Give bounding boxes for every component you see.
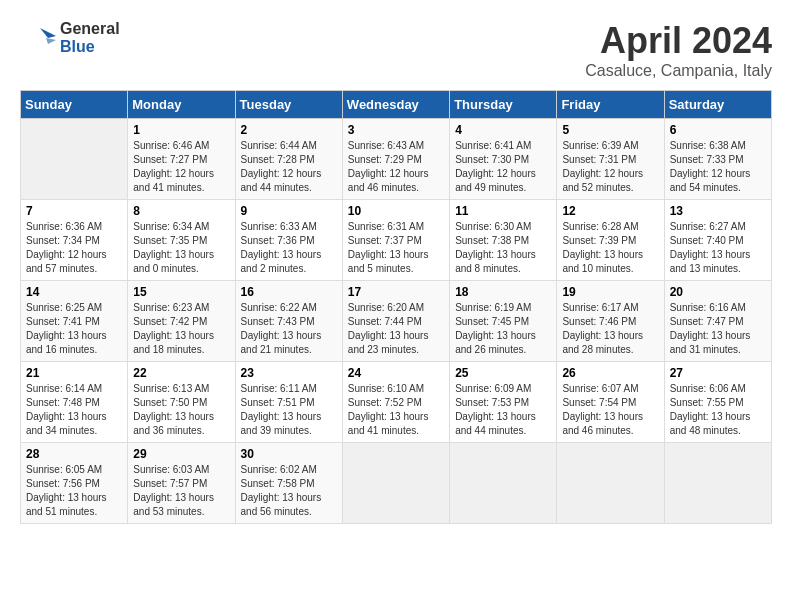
day-number: 6 — [670, 123, 766, 137]
day-number: 13 — [670, 204, 766, 218]
day-number: 29 — [133, 447, 229, 461]
calendar-header-cell: Monday — [128, 91, 235, 119]
calendar-day-cell — [664, 443, 771, 524]
calendar-day-cell — [557, 443, 664, 524]
subtitle: Casaluce, Campania, Italy — [585, 62, 772, 80]
logo-blue: Blue — [60, 38, 95, 55]
day-info: Sunrise: 6:11 AMSunset: 7:51 PMDaylight:… — [241, 382, 337, 438]
day-number: 27 — [670, 366, 766, 380]
calendar-day-cell: 28 Sunrise: 6:05 AMSunset: 7:56 PMDaylig… — [21, 443, 128, 524]
page-header: General Blue April 2024 Casaluce, Campan… — [20, 20, 772, 80]
calendar-header-cell: Wednesday — [342, 91, 449, 119]
day-info: Sunrise: 6:33 AMSunset: 7:36 PMDaylight:… — [241, 220, 337, 276]
day-number: 18 — [455, 285, 551, 299]
calendar-header-cell: Sunday — [21, 91, 128, 119]
calendar-day-cell: 8 Sunrise: 6:34 AMSunset: 7:35 PMDayligh… — [128, 200, 235, 281]
day-info: Sunrise: 6:44 AMSunset: 7:28 PMDaylight:… — [241, 139, 337, 195]
calendar-day-cell — [450, 443, 557, 524]
day-info: Sunrise: 6:09 AMSunset: 7:53 PMDaylight:… — [455, 382, 551, 438]
calendar-table: SundayMondayTuesdayWednesdayThursdayFrid… — [20, 90, 772, 524]
day-info: Sunrise: 6:14 AMSunset: 7:48 PMDaylight:… — [26, 382, 122, 438]
day-info: Sunrise: 6:19 AMSunset: 7:45 PMDaylight:… — [455, 301, 551, 357]
calendar-day-cell: 21 Sunrise: 6:14 AMSunset: 7:48 PMDaylig… — [21, 362, 128, 443]
calendar-day-cell: 6 Sunrise: 6:38 AMSunset: 7:33 PMDayligh… — [664, 119, 771, 200]
day-number: 12 — [562, 204, 658, 218]
day-info: Sunrise: 6:23 AMSunset: 7:42 PMDaylight:… — [133, 301, 229, 357]
calendar-day-cell: 13 Sunrise: 6:27 AMSunset: 7:40 PMDaylig… — [664, 200, 771, 281]
day-number: 22 — [133, 366, 229, 380]
day-number: 28 — [26, 447, 122, 461]
day-number: 7 — [26, 204, 122, 218]
day-number: 3 — [348, 123, 444, 137]
calendar-day-cell: 27 Sunrise: 6:06 AMSunset: 7:55 PMDaylig… — [664, 362, 771, 443]
day-info: Sunrise: 6:03 AMSunset: 7:57 PMDaylight:… — [133, 463, 229, 519]
calendar-day-cell: 10 Sunrise: 6:31 AMSunset: 7:37 PMDaylig… — [342, 200, 449, 281]
day-info: Sunrise: 6:17 AMSunset: 7:46 PMDaylight:… — [562, 301, 658, 357]
calendar-day-cell: 22 Sunrise: 6:13 AMSunset: 7:50 PMDaylig… — [128, 362, 235, 443]
calendar-header-cell: Friday — [557, 91, 664, 119]
title-block: April 2024 Casaluce, Campania, Italy — [585, 20, 772, 80]
calendar-week-row: 7 Sunrise: 6:36 AMSunset: 7:34 PMDayligh… — [21, 200, 772, 281]
day-info: Sunrise: 6:27 AMSunset: 7:40 PMDaylight:… — [670, 220, 766, 276]
calendar-day-cell: 7 Sunrise: 6:36 AMSunset: 7:34 PMDayligh… — [21, 200, 128, 281]
day-info: Sunrise: 6:38 AMSunset: 7:33 PMDaylight:… — [670, 139, 766, 195]
day-number: 17 — [348, 285, 444, 299]
day-info: Sunrise: 6:25 AMSunset: 7:41 PMDaylight:… — [26, 301, 122, 357]
calendar-day-cell: 14 Sunrise: 6:25 AMSunset: 7:41 PMDaylig… — [21, 281, 128, 362]
day-number: 5 — [562, 123, 658, 137]
calendar-day-cell: 23 Sunrise: 6:11 AMSunset: 7:51 PMDaylig… — [235, 362, 342, 443]
day-number: 4 — [455, 123, 551, 137]
day-info: Sunrise: 6:16 AMSunset: 7:47 PMDaylight:… — [670, 301, 766, 357]
calendar-day-cell — [21, 119, 128, 200]
calendar-day-cell: 16 Sunrise: 6:22 AMSunset: 7:43 PMDaylig… — [235, 281, 342, 362]
day-info: Sunrise: 6:30 AMSunset: 7:38 PMDaylight:… — [455, 220, 551, 276]
calendar-day-cell: 12 Sunrise: 6:28 AMSunset: 7:39 PMDaylig… — [557, 200, 664, 281]
calendar-day-cell: 2 Sunrise: 6:44 AMSunset: 7:28 PMDayligh… — [235, 119, 342, 200]
day-number: 25 — [455, 366, 551, 380]
svg-marker-0 — [40, 28, 56, 38]
calendar-day-cell: 29 Sunrise: 6:03 AMSunset: 7:57 PMDaylig… — [128, 443, 235, 524]
day-info: Sunrise: 6:41 AMSunset: 7:30 PMDaylight:… — [455, 139, 551, 195]
day-number: 9 — [241, 204, 337, 218]
day-info: Sunrise: 6:34 AMSunset: 7:35 PMDaylight:… — [133, 220, 229, 276]
logo: General Blue — [20, 20, 120, 56]
day-info: Sunrise: 6:43 AMSunset: 7:29 PMDaylight:… — [348, 139, 444, 195]
day-number: 30 — [241, 447, 337, 461]
calendar-week-row: 21 Sunrise: 6:14 AMSunset: 7:48 PMDaylig… — [21, 362, 772, 443]
calendar-day-cell: 26 Sunrise: 6:07 AMSunset: 7:54 PMDaylig… — [557, 362, 664, 443]
calendar-day-cell: 18 Sunrise: 6:19 AMSunset: 7:45 PMDaylig… — [450, 281, 557, 362]
calendar-day-cell: 5 Sunrise: 6:39 AMSunset: 7:31 PMDayligh… — [557, 119, 664, 200]
calendar-day-cell: 15 Sunrise: 6:23 AMSunset: 7:42 PMDaylig… — [128, 281, 235, 362]
calendar-week-row: 1 Sunrise: 6:46 AMSunset: 7:27 PMDayligh… — [21, 119, 772, 200]
calendar-day-cell: 17 Sunrise: 6:20 AMSunset: 7:44 PMDaylig… — [342, 281, 449, 362]
day-number: 21 — [26, 366, 122, 380]
day-number: 14 — [26, 285, 122, 299]
calendar-day-cell: 19 Sunrise: 6:17 AMSunset: 7:46 PMDaylig… — [557, 281, 664, 362]
day-info: Sunrise: 6:36 AMSunset: 7:34 PMDaylight:… — [26, 220, 122, 276]
calendar-day-cell: 24 Sunrise: 6:10 AMSunset: 7:52 PMDaylig… — [342, 362, 449, 443]
calendar-week-row: 28 Sunrise: 6:05 AMSunset: 7:56 PMDaylig… — [21, 443, 772, 524]
day-info: Sunrise: 6:28 AMSunset: 7:39 PMDaylight:… — [562, 220, 658, 276]
logo-bird-icon — [20, 20, 56, 56]
day-number: 2 — [241, 123, 337, 137]
calendar-day-cell: 25 Sunrise: 6:09 AMSunset: 7:53 PMDaylig… — [450, 362, 557, 443]
day-number: 15 — [133, 285, 229, 299]
calendar-header-cell: Thursday — [450, 91, 557, 119]
day-info: Sunrise: 6:05 AMSunset: 7:56 PMDaylight:… — [26, 463, 122, 519]
calendar-day-cell — [342, 443, 449, 524]
calendar-header-row: SundayMondayTuesdayWednesdayThursdayFrid… — [21, 91, 772, 119]
calendar-day-cell: 4 Sunrise: 6:41 AMSunset: 7:30 PMDayligh… — [450, 119, 557, 200]
day-info: Sunrise: 6:31 AMSunset: 7:37 PMDaylight:… — [348, 220, 444, 276]
calendar-header-cell: Tuesday — [235, 91, 342, 119]
calendar-body: 1 Sunrise: 6:46 AMSunset: 7:27 PMDayligh… — [21, 119, 772, 524]
day-number: 11 — [455, 204, 551, 218]
calendar-day-cell: 3 Sunrise: 6:43 AMSunset: 7:29 PMDayligh… — [342, 119, 449, 200]
day-info: Sunrise: 6:46 AMSunset: 7:27 PMDaylight:… — [133, 139, 229, 195]
calendar-day-cell: 20 Sunrise: 6:16 AMSunset: 7:47 PMDaylig… — [664, 281, 771, 362]
day-info: Sunrise: 6:02 AMSunset: 7:58 PMDaylight:… — [241, 463, 337, 519]
calendar-day-cell: 9 Sunrise: 6:33 AMSunset: 7:36 PMDayligh… — [235, 200, 342, 281]
day-info: Sunrise: 6:06 AMSunset: 7:55 PMDaylight:… — [670, 382, 766, 438]
day-number: 1 — [133, 123, 229, 137]
day-number: 8 — [133, 204, 229, 218]
logo-general: General — [60, 20, 120, 37]
